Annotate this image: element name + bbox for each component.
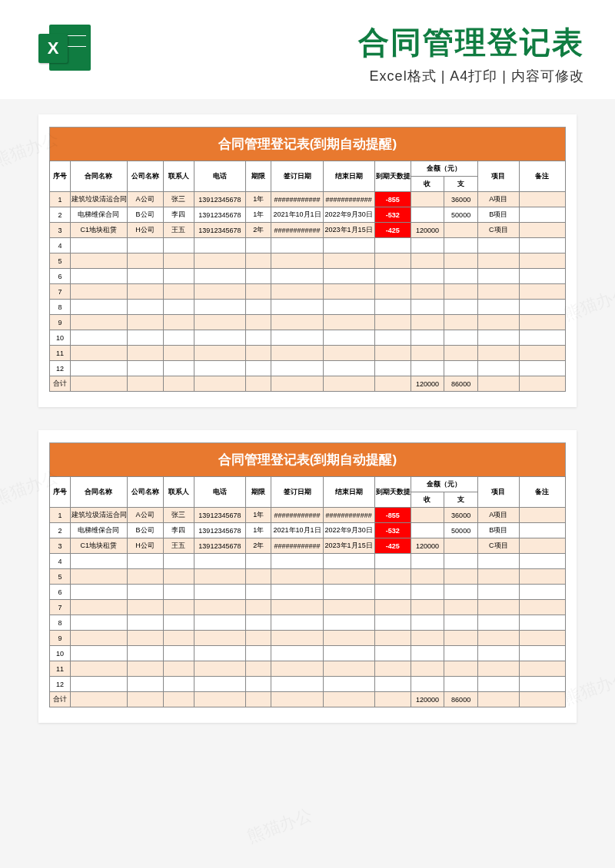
cell-phone — [194, 585, 245, 600]
cell-seq: 8 — [50, 300, 71, 315]
cell-income — [411, 631, 444, 646]
cell-alert — [374, 253, 411, 269]
cell-phone — [194, 300, 245, 315]
cell-seq: 5 — [50, 569, 71, 585]
cell-phone — [194, 646, 245, 661]
cell-end — [323, 315, 374, 330]
table-title: 合同管理登记表(到期自动提醒) — [49, 127, 566, 161]
cell-alert — [374, 269, 411, 284]
th-contact: 联系人 — [163, 477, 194, 508]
cell-end — [323, 269, 374, 284]
cell-contact — [163, 615, 194, 631]
cell-company — [127, 330, 163, 346]
cell-expense — [444, 253, 478, 269]
cell-end — [323, 661, 374, 677]
cell-period: 1年 — [245, 523, 271, 538]
cell-name — [70, 569, 127, 585]
cell-alert: -855 — [374, 508, 411, 523]
cell-company — [127, 585, 163, 600]
cell-period — [245, 615, 271, 631]
cell-period — [245, 361, 271, 376]
cell-end — [323, 677, 374, 692]
cell-end — [323, 631, 374, 646]
cell-period — [245, 346, 271, 361]
cell-contact — [163, 330, 194, 346]
cell-income — [411, 346, 444, 361]
cell-company — [127, 661, 163, 677]
cell-period — [245, 315, 271, 330]
cell-alert: -425 — [374, 538, 411, 554]
cell-sign: ############ — [271, 508, 323, 523]
cell-name: 建筑垃圾清运合同 — [70, 192, 127, 207]
cell-company — [127, 284, 163, 300]
cell-seq: 10 — [50, 646, 71, 661]
cell-note — [519, 346, 565, 361]
cell-end: 2022年9月30日 — [323, 523, 374, 538]
th-period: 期限 — [245, 477, 271, 508]
cell-project — [477, 615, 519, 631]
table-row: 10 — [50, 330, 566, 346]
cell-expense — [444, 538, 478, 554]
cell-project — [477, 300, 519, 315]
cell-phone — [194, 253, 245, 269]
cell-note — [519, 207, 565, 223]
cell-name — [70, 269, 127, 284]
cell-company: A公司 — [127, 192, 163, 207]
th-seq: 序号 — [50, 477, 71, 508]
cell-end — [323, 253, 374, 269]
table-row: 6 — [50, 269, 566, 284]
cell-seq: 3 — [50, 538, 71, 554]
table-row: 3 C1地块租赁 H公司 王五 13912345678 2年 #########… — [50, 223, 566, 238]
cell-project — [477, 269, 519, 284]
cell-name — [70, 631, 127, 646]
cell-contact — [163, 646, 194, 661]
cell-note — [519, 569, 565, 585]
cell-name — [70, 330, 127, 346]
cell-alert: -532 — [374, 523, 411, 538]
cell-end: ############ — [323, 508, 374, 523]
cell-name — [70, 554, 127, 569]
table-row: 1 建筑垃圾清运合同 A公司 张三 13912345678 1年 #######… — [50, 192, 566, 207]
cell-name — [70, 585, 127, 600]
cell-income — [411, 661, 444, 677]
th-note: 备注 — [519, 161, 565, 192]
total-row: 合计 120000 86000 — [50, 376, 566, 392]
cell-phone — [194, 315, 245, 330]
cell-company — [127, 600, 163, 615]
cell-end — [323, 585, 374, 600]
th-phone: 电话 — [194, 161, 245, 192]
table-row: 7 — [50, 600, 566, 615]
cell-total-income: 120000 — [411, 376, 444, 392]
cell-expense — [444, 284, 478, 300]
cell-company — [127, 361, 163, 376]
table-row: 8 — [50, 300, 566, 315]
cell-alert — [374, 361, 411, 376]
contract-table: 序号 合同名称 公司名称 联系人 电话 期限 签订日期 结束日期 到期天数提醒 … — [49, 476, 566, 707]
subtitle: Excel格式 | A4打印 | 内容可修改 — [101, 67, 584, 85]
cell-end — [323, 554, 374, 569]
table-row: 12 — [50, 677, 566, 692]
cell-company: B公司 — [127, 523, 163, 538]
cell-phone: 13912345678 — [194, 538, 245, 554]
cell-name — [70, 346, 127, 361]
cell-company — [127, 238, 163, 253]
cell-sign: 2021年10月1日 — [271, 207, 323, 223]
cell-sign — [271, 269, 323, 284]
cell-alert — [374, 569, 411, 585]
table-title: 合同管理登记表(到期自动提醒) — [49, 442, 566, 476]
cell-sign — [271, 253, 323, 269]
cell-company: A公司 — [127, 508, 163, 523]
cell-phone — [194, 361, 245, 376]
cell-end: 2022年9月30日 — [323, 207, 374, 223]
cell-project — [477, 346, 519, 361]
cell-sign: 2021年10月1日 — [271, 523, 323, 538]
cell-total-income: 120000 — [411, 692, 444, 707]
cell-sign — [271, 315, 323, 330]
cell-end — [323, 346, 374, 361]
cell-period — [245, 554, 271, 569]
cell-seq: 7 — [50, 600, 71, 615]
cell-project — [477, 569, 519, 585]
cell-income — [411, 269, 444, 284]
table-row: 7 — [50, 284, 566, 300]
cell-income — [411, 315, 444, 330]
